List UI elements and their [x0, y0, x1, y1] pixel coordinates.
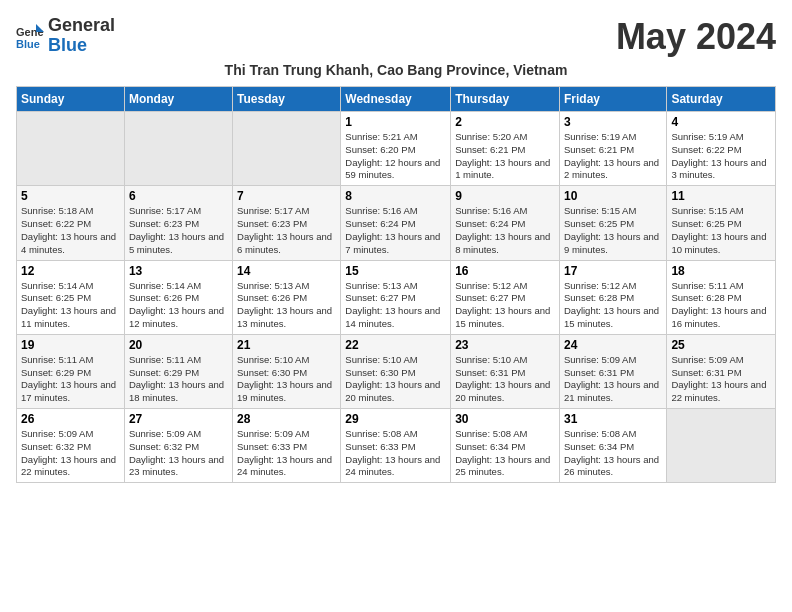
calendar-cell: 26Sunrise: 5:09 AM Sunset: 6:32 PM Dayli… [17, 409, 125, 483]
logo-icon: General Blue [16, 22, 44, 50]
weekday-header-sunday: Sunday [17, 87, 125, 112]
logo: General Blue General Blue [16, 16, 115, 56]
day-info: Sunrise: 5:11 AM Sunset: 6:29 PM Dayligh… [21, 354, 120, 405]
calendar-cell: 4Sunrise: 5:19 AM Sunset: 6:22 PM Daylig… [667, 112, 776, 186]
day-number: 12 [21, 264, 120, 278]
day-number: 29 [345, 412, 446, 426]
day-number: 26 [21, 412, 120, 426]
day-info: Sunrise: 5:08 AM Sunset: 6:34 PM Dayligh… [455, 428, 555, 479]
day-info: Sunrise: 5:17 AM Sunset: 6:23 PM Dayligh… [237, 205, 336, 256]
week-row-4: 19Sunrise: 5:11 AM Sunset: 6:29 PM Dayli… [17, 334, 776, 408]
day-info: Sunrise: 5:16 AM Sunset: 6:24 PM Dayligh… [345, 205, 446, 256]
calendar-cell: 25Sunrise: 5:09 AM Sunset: 6:31 PM Dayli… [667, 334, 776, 408]
calendar-cell: 15Sunrise: 5:13 AM Sunset: 6:27 PM Dayli… [341, 260, 451, 334]
calendar-cell: 22Sunrise: 5:10 AM Sunset: 6:30 PM Dayli… [341, 334, 451, 408]
calendar-cell: 14Sunrise: 5:13 AM Sunset: 6:26 PM Dayli… [233, 260, 341, 334]
calendar-cell [233, 112, 341, 186]
day-number: 25 [671, 338, 771, 352]
calendar-cell: 18Sunrise: 5:11 AM Sunset: 6:28 PM Dayli… [667, 260, 776, 334]
calendar-cell: 21Sunrise: 5:10 AM Sunset: 6:30 PM Dayli… [233, 334, 341, 408]
calendar-cell: 17Sunrise: 5:12 AM Sunset: 6:28 PM Dayli… [559, 260, 666, 334]
day-number: 8 [345, 189, 446, 203]
weekday-header-friday: Friday [559, 87, 666, 112]
calendar-cell: 2Sunrise: 5:20 AM Sunset: 6:21 PM Daylig… [451, 112, 560, 186]
week-row-3: 12Sunrise: 5:14 AM Sunset: 6:25 PM Dayli… [17, 260, 776, 334]
day-number: 14 [237, 264, 336, 278]
day-info: Sunrise: 5:13 AM Sunset: 6:27 PM Dayligh… [345, 280, 446, 331]
day-number: 3 [564, 115, 662, 129]
calendar-cell: 27Sunrise: 5:09 AM Sunset: 6:32 PM Dayli… [124, 409, 232, 483]
day-info: Sunrise: 5:14 AM Sunset: 6:26 PM Dayligh… [129, 280, 228, 331]
day-number: 7 [237, 189, 336, 203]
day-info: Sunrise: 5:19 AM Sunset: 6:22 PM Dayligh… [671, 131, 771, 182]
calendar-cell: 8Sunrise: 5:16 AM Sunset: 6:24 PM Daylig… [341, 186, 451, 260]
weekday-header-monday: Monday [124, 87, 232, 112]
day-number: 28 [237, 412, 336, 426]
day-info: Sunrise: 5:13 AM Sunset: 6:26 PM Dayligh… [237, 280, 336, 331]
day-number: 31 [564, 412, 662, 426]
weekday-header-saturday: Saturday [667, 87, 776, 112]
day-number: 16 [455, 264, 555, 278]
day-info: Sunrise: 5:15 AM Sunset: 6:25 PM Dayligh… [671, 205, 771, 256]
day-info: Sunrise: 5:09 AM Sunset: 6:31 PM Dayligh… [671, 354, 771, 405]
calendar-cell: 30Sunrise: 5:08 AM Sunset: 6:34 PM Dayli… [451, 409, 560, 483]
day-number: 2 [455, 115, 555, 129]
week-row-1: 1Sunrise: 5:21 AM Sunset: 6:20 PM Daylig… [17, 112, 776, 186]
day-info: Sunrise: 5:21 AM Sunset: 6:20 PM Dayligh… [345, 131, 446, 182]
day-info: Sunrise: 5:11 AM Sunset: 6:29 PM Dayligh… [129, 354, 228, 405]
day-number: 15 [345, 264, 446, 278]
day-number: 27 [129, 412, 228, 426]
calendar-cell [667, 409, 776, 483]
month-title: May 2024 [616, 16, 776, 58]
day-number: 10 [564, 189, 662, 203]
calendar-cell: 11Sunrise: 5:15 AM Sunset: 6:25 PM Dayli… [667, 186, 776, 260]
calendar-cell: 5Sunrise: 5:18 AM Sunset: 6:22 PM Daylig… [17, 186, 125, 260]
day-number: 17 [564, 264, 662, 278]
day-number: 23 [455, 338, 555, 352]
calendar-cell [124, 112, 232, 186]
day-info: Sunrise: 5:15 AM Sunset: 6:25 PM Dayligh… [564, 205, 662, 256]
day-number: 5 [21, 189, 120, 203]
day-number: 18 [671, 264, 771, 278]
calendar-cell: 9Sunrise: 5:16 AM Sunset: 6:24 PM Daylig… [451, 186, 560, 260]
day-info: Sunrise: 5:12 AM Sunset: 6:27 PM Dayligh… [455, 280, 555, 331]
calendar-cell: 20Sunrise: 5:11 AM Sunset: 6:29 PM Dayli… [124, 334, 232, 408]
day-info: Sunrise: 5:17 AM Sunset: 6:23 PM Dayligh… [129, 205, 228, 256]
weekday-header-wednesday: Wednesday [341, 87, 451, 112]
day-info: Sunrise: 5:08 AM Sunset: 6:33 PM Dayligh… [345, 428, 446, 479]
day-number: 22 [345, 338, 446, 352]
calendar-cell: 31Sunrise: 5:08 AM Sunset: 6:34 PM Dayli… [559, 409, 666, 483]
day-number: 6 [129, 189, 228, 203]
day-info: Sunrise: 5:19 AM Sunset: 6:21 PM Dayligh… [564, 131, 662, 182]
calendar-cell: 12Sunrise: 5:14 AM Sunset: 6:25 PM Dayli… [17, 260, 125, 334]
weekday-header-row: SundayMondayTuesdayWednesdayThursdayFrid… [17, 87, 776, 112]
day-number: 11 [671, 189, 771, 203]
calendar-cell: 28Sunrise: 5:09 AM Sunset: 6:33 PM Dayli… [233, 409, 341, 483]
day-number: 1 [345, 115, 446, 129]
day-info: Sunrise: 5:20 AM Sunset: 6:21 PM Dayligh… [455, 131, 555, 182]
calendar-subtitle: Thi Tran Trung Khanh, Cao Bang Province,… [16, 62, 776, 78]
calendar-cell: 29Sunrise: 5:08 AM Sunset: 6:33 PM Dayli… [341, 409, 451, 483]
week-row-5: 26Sunrise: 5:09 AM Sunset: 6:32 PM Dayli… [17, 409, 776, 483]
day-number: 13 [129, 264, 228, 278]
day-info: Sunrise: 5:14 AM Sunset: 6:25 PM Dayligh… [21, 280, 120, 331]
day-info: Sunrise: 5:09 AM Sunset: 6:32 PM Dayligh… [129, 428, 228, 479]
day-info: Sunrise: 5:10 AM Sunset: 6:31 PM Dayligh… [455, 354, 555, 405]
day-info: Sunrise: 5:08 AM Sunset: 6:34 PM Dayligh… [564, 428, 662, 479]
calendar-cell: 19Sunrise: 5:11 AM Sunset: 6:29 PM Dayli… [17, 334, 125, 408]
calendar-cell: 23Sunrise: 5:10 AM Sunset: 6:31 PM Dayli… [451, 334, 560, 408]
day-info: Sunrise: 5:10 AM Sunset: 6:30 PM Dayligh… [345, 354, 446, 405]
day-number: 19 [21, 338, 120, 352]
calendar-table: SundayMondayTuesdayWednesdayThursdayFrid… [16, 86, 776, 483]
day-number: 30 [455, 412, 555, 426]
day-number: 21 [237, 338, 336, 352]
day-number: 4 [671, 115, 771, 129]
weekday-header-tuesday: Tuesday [233, 87, 341, 112]
week-row-2: 5Sunrise: 5:18 AM Sunset: 6:22 PM Daylig… [17, 186, 776, 260]
calendar-cell: 3Sunrise: 5:19 AM Sunset: 6:21 PM Daylig… [559, 112, 666, 186]
calendar-cell: 6Sunrise: 5:17 AM Sunset: 6:23 PM Daylig… [124, 186, 232, 260]
weekday-header-thursday: Thursday [451, 87, 560, 112]
day-number: 9 [455, 189, 555, 203]
day-info: Sunrise: 5:16 AM Sunset: 6:24 PM Dayligh… [455, 205, 555, 256]
page-header: General Blue General Blue May 2024 [16, 16, 776, 58]
